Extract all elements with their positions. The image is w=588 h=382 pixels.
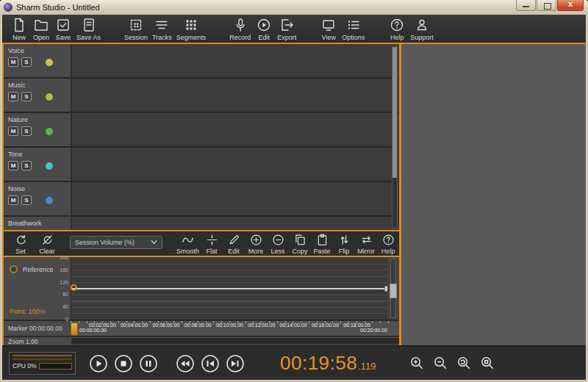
save-as-button[interactable]: Save As bbox=[74, 17, 103, 41]
track-header[interactable]: Tone M S bbox=[4, 148, 71, 181]
session-icon bbox=[128, 17, 144, 33]
envelope-select[interactable]: Session Volume (%) bbox=[70, 236, 162, 249]
pause-button[interactable] bbox=[139, 354, 158, 373]
button-label: Help bbox=[381, 248, 395, 255]
record-button[interactable]: Record bbox=[227, 17, 253, 41]
track-lane[interactable] bbox=[71, 182, 389, 215]
close-icon[interactable] bbox=[557, 0, 584, 11]
stop-button[interactable] bbox=[114, 354, 133, 373]
minimize-icon[interactable] bbox=[516, 0, 536, 11]
track-header[interactable]: Voice M S bbox=[4, 44, 71, 77]
track-lane[interactable] bbox=[71, 79, 389, 112]
edit-button[interactable]: Edit bbox=[253, 17, 275, 41]
zoom-label: Zoom 1.00 bbox=[4, 337, 71, 345]
zoom-range-bar[interactable] bbox=[71, 337, 399, 345]
button-label: Help bbox=[390, 34, 404, 41]
flip-button[interactable]: Flip bbox=[333, 233, 355, 255]
timeline-tick: 00:08:00.00 bbox=[184, 322, 212, 328]
copy-button[interactable]: Copy bbox=[289, 233, 311, 255]
time-display: 00:19:58 .119 bbox=[280, 352, 376, 375]
time-main: 00:19:58 bbox=[280, 352, 357, 375]
button-label: Paste bbox=[313, 248, 330, 255]
level-meter bbox=[12, 358, 72, 361]
new-button[interactable]: New bbox=[8, 17, 30, 41]
segments-button[interactable]: Segments bbox=[174, 17, 209, 41]
track-row-noise: Noise M S bbox=[4, 182, 399, 217]
help-button[interactable]: Help bbox=[386, 17, 408, 41]
envelope-plot[interactable] bbox=[71, 257, 387, 320]
reference-radio[interactable] bbox=[10, 265, 18, 273]
envelope-point[interactable] bbox=[71, 284, 77, 291]
track-header[interactable]: Noise M S bbox=[4, 182, 71, 215]
track-row-music: Music M S bbox=[4, 79, 399, 113]
tracks-button[interactable]: Tracks bbox=[150, 17, 174, 41]
session-button[interactable]: Session bbox=[122, 17, 150, 41]
mute-button[interactable]: M bbox=[8, 126, 18, 136]
options-button[interactable]: Options bbox=[340, 17, 367, 41]
solo-button[interactable]: S bbox=[21, 161, 32, 170]
solo-button[interactable]: S bbox=[21, 57, 32, 67]
zoom-undo-icon[interactable] bbox=[456, 355, 473, 372]
export-button[interactable]: Export bbox=[275, 17, 298, 41]
solo-button[interactable]: S bbox=[21, 195, 32, 205]
view-button[interactable]: View bbox=[318, 17, 340, 41]
track-header[interactable]: Nature M S bbox=[4, 113, 71, 146]
envelope-help-button[interactable]: Help bbox=[377, 233, 399, 255]
open-button[interactable]: Open bbox=[30, 17, 52, 41]
edit-icon bbox=[256, 17, 272, 33]
track-header[interactable]: Music M S bbox=[4, 79, 71, 112]
flat-button[interactable]: Flat bbox=[201, 233, 223, 255]
skip-start-button[interactable] bbox=[201, 354, 220, 373]
play-button[interactable] bbox=[89, 354, 108, 373]
track-lane[interactable] bbox=[71, 44, 389, 77]
envelope-line[interactable] bbox=[71, 288, 387, 289]
mute-button[interactable]: M bbox=[8, 195, 18, 205]
zoom-out-icon[interactable] bbox=[432, 355, 449, 372]
track-lane[interactable] bbox=[71, 217, 389, 230]
solo-button[interactable]: S bbox=[21, 126, 32, 136]
track-lane[interactable] bbox=[71, 148, 389, 181]
scrollbar-thumb[interactable] bbox=[392, 47, 397, 178]
timeline-ruler[interactable]: 00:02:00.0000:04:00.0000:06:00.0000:08:0… bbox=[71, 321, 399, 336]
envelope-scale: 200 160 120 80 40 0 bbox=[60, 255, 68, 322]
support-button[interactable]: Support bbox=[408, 17, 436, 41]
button-label: Smooth bbox=[176, 248, 199, 255]
options-icon bbox=[345, 17, 362, 33]
less-button[interactable]: Less bbox=[267, 233, 289, 255]
save-as-icon bbox=[81, 17, 97, 33]
track-lane[interactable] bbox=[71, 113, 389, 146]
mute-button[interactable]: M bbox=[8, 161, 18, 170]
zoom-controls bbox=[409, 355, 496, 372]
more-button[interactable]: More bbox=[245, 233, 267, 255]
new-icon bbox=[11, 17, 27, 33]
track-color-dot[interactable] bbox=[46, 59, 53, 66]
smooth-button[interactable]: Smooth bbox=[175, 233, 201, 255]
button-label: Flip bbox=[339, 248, 350, 255]
button-label: Save bbox=[56, 34, 71, 41]
mute-button[interactable]: M bbox=[8, 57, 18, 67]
timeline-start-label: 00:00:00.00 bbox=[79, 328, 107, 333]
zoom-fit-icon[interactable] bbox=[479, 355, 496, 372]
edit-envelope-button[interactable]: Edit bbox=[223, 233, 245, 255]
track-scrollbar[interactable] bbox=[392, 46, 398, 228]
track-color-dot[interactable] bbox=[46, 93, 53, 101]
mute-button[interactable]: M bbox=[8, 92, 18, 101]
slider-thumb[interactable] bbox=[390, 284, 397, 298]
rewind-button[interactable] bbox=[176, 354, 195, 373]
track-color-dot[interactable] bbox=[46, 197, 53, 204]
mirror-button[interactable]: Mirror bbox=[355, 233, 377, 255]
track-list: Voice M S Music bbox=[4, 44, 399, 230]
clear-button[interactable]: Clear bbox=[36, 233, 58, 255]
track-color-dot[interactable] bbox=[46, 128, 53, 135]
skip-end-button[interactable] bbox=[226, 354, 245, 373]
track-color-dot[interactable] bbox=[46, 162, 53, 170]
maximize-icon[interactable] bbox=[537, 0, 556, 11]
paste-button[interactable]: Paste bbox=[311, 233, 333, 255]
save-button[interactable]: Save bbox=[52, 17, 74, 41]
solo-button[interactable]: S bbox=[21, 92, 32, 101]
zoom-in-icon[interactable] bbox=[409, 355, 426, 372]
set-button[interactable]: Set bbox=[10, 233, 32, 255]
scale-tick: 120 bbox=[60, 280, 68, 285]
marker-handle[interactable] bbox=[71, 322, 78, 336]
track-header[interactable]: Breathwork bbox=[4, 217, 71, 230]
